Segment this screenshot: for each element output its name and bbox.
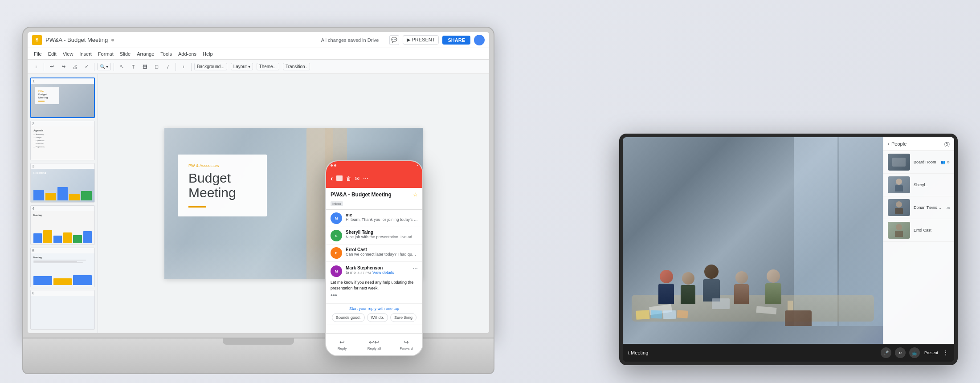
sidebar-header: ‹ People (5) [883,137,954,151]
user-avatar[interactable] [474,35,485,45]
slide-thumb-6[interactable]: 6 [30,290,95,330]
email-icon[interactable]: ✉ [355,175,359,182]
slide-number-2: 2 [31,121,94,126]
slides-panel: 1 PW&A BudgetMeeting [28,74,98,333]
separator-1 [44,63,44,71]
menu-bar: File Edit View Insert Format Slide Arran… [28,48,489,60]
menu-arrange[interactable]: Arrange [134,50,157,57]
reply-all-action[interactable]: ↩↩ Reply all [358,334,390,355]
menu-tools[interactable]: Tools [158,50,175,57]
toolbar-print-btn[interactable]: 🖨 [70,62,80,72]
transition-dropdown[interactable]: Transition . [283,63,310,70]
delete-icon[interactable]: 🗑 [346,175,351,182]
toolbar-select-btn[interactable]: ↖ [117,62,127,72]
phone: ▪ ‹ 🗑 ✉ ⋯ PW&A - Budget Meeting ☆ Inbox [325,160,423,356]
participant-sheryl[interactable]: Sheryl... [883,174,954,196]
email-subject: PW&A - Budget Meeting [331,192,392,198]
email-thread-entry-1[interactable]: M me Hi team, Thank you for joining toda… [326,210,422,227]
back-button[interactable]: ‹ [331,175,333,183]
star-icon[interactable]: ☆ [413,192,418,198]
slide-thumb-3[interactable]: 3 Reporting [30,163,95,203]
menu-insert[interactable]: Insert [77,50,94,57]
expanded-sender: Mark Stephenson [346,265,409,270]
quick-reply-sure-thing[interactable]: Sure thing [390,313,416,322]
email-body-text: Let me know if you need any help updatin… [331,280,418,291]
participant-errol[interactable]: Errol Cast [883,219,954,242]
toolbar-text-btn[interactable]: T [128,62,138,72]
gmail-body: M me Hi team, Thank you for joining toda… [326,210,422,355]
slide-number-5: 5 [31,248,94,253]
toolbar-shape-btn[interactable]: ◻ [151,62,161,72]
present-button[interactable]: ▶ PRESENT [403,35,439,45]
menu-edit[interactable]: Edit [45,50,59,57]
laptop-base [22,338,494,374]
menu-file[interactable]: File [31,50,45,57]
share-button[interactable]: SHARE [442,36,470,45]
background-dropdown[interactable]: Background... [194,63,227,70]
sender-1: me [346,212,418,217]
avatar-me: M [331,212,342,224]
forward-action[interactable]: ↪ Forward [390,334,422,355]
email-thread-entry-2[interactable]: S Sheryll Taing Nice job with the presen… [326,227,422,244]
email-thread-entry-3[interactable]: E Errol Cast Can we connect later today?… [326,244,422,262]
present-button[interactable]: Present [924,350,938,355]
toolbar-line-btn[interactable]: / [163,62,173,72]
toolbar-image-btn[interactable]: 🖼 [140,62,150,72]
archive-icon[interactable] [336,175,343,181]
menu-help[interactable]: Help [200,50,216,57]
slide-thumb-4[interactable]: 4 Meeting [30,205,95,245]
chat-icon[interactable]: 💬 [389,35,399,45]
slide-thumb-5[interactable]: 5 Meeting [30,248,95,287]
menu-format[interactable]: Format [95,50,116,57]
participant-dorian[interactable]: Dorian Tieinop... -m [883,196,954,219]
expanded-time: 4:47 PM [358,271,371,275]
slide-thumb-1[interactable]: 1 PW&A BudgetMeeting [30,77,95,118]
menu-slide[interactable]: Slide [117,50,133,57]
wifi-icon [334,164,336,167]
menu-addons[interactable]: Add-ons [176,50,199,57]
slide-number-4: 4 [31,206,94,211]
more-options-icon[interactable]: ⋯ [363,175,368,182]
avatar-errol: E [331,247,342,259]
folder-icon[interactable] [111,39,114,41]
quick-reply-sounds-good[interactable]: Sounds good. [332,313,365,322]
theme-dropdown[interactable]: Theme... [257,63,279,70]
separator-2 [94,63,94,71]
toolbar-add-btn[interactable]: + [31,62,41,72]
expand-dots[interactable]: ••• [331,292,418,299]
slide-preview-5: Meeting [31,253,94,287]
slide-heading: Budget Meeting [188,171,256,200]
menu-view[interactable]: View [60,50,76,57]
slide-preview-1: PW&A BudgetMeeting [31,84,94,117]
reply-label: Reply [338,346,347,350]
slide-thumb-2[interactable]: 2 Agenda — Marketing — Budget — Operatio… [30,121,95,160]
participant-board-room[interactable]: Board Room 👥 ⚙ [883,151,954,174]
mic-off-icon[interactable]: 🎤 [881,347,891,358]
toolbar-comment-btn[interactable]: + [179,62,188,72]
cast-icon[interactable]: 📺 [909,347,920,358]
signal-icon [331,164,333,167]
sidebar-back-button[interactable]: ‹ [888,141,890,147]
toolbar-redo-btn[interactable]: ↪ [58,62,68,72]
email-expanded-entry: M Mark Stephenson to me 4:47 PM View det… [326,262,422,304]
toolbar-undo-btn[interactable]: ↩ [47,62,57,72]
view-details-link[interactable]: View details [372,270,394,275]
document-title: PW&A - Budget Meeting [45,37,108,43]
quick-reply-will-do[interactable]: Will do. [367,313,388,322]
toolbar-spellcheck-btn[interactable]: ✓ [82,62,91,72]
preview-1: Hi team, Thank you for joining today's a… [346,217,418,222]
quick-reply-buttons: Sounds good. Will do. Sure thing [331,313,418,322]
more-options-button[interactable]: ⋮ [943,349,949,356]
slide-preview-3: Reporting [31,169,94,202]
video-off-icon[interactable]: ↩ [895,347,906,358]
reply-action[interactable]: ↩ Reply [326,334,358,355]
expanded-more-options[interactable]: ⋯ [412,265,418,272]
separator-3 [114,63,114,71]
quick-reply-prompt[interactable]: Start your reply with one tap [331,306,418,311]
layout-dropdown[interactable]: Layout ▾ [231,63,253,70]
tablet-screen: ‹ People (5) Board Room [623,137,954,344]
tablet: ‹ People (5) Board Room [619,134,958,365]
reply-all-icon: ↩↩ [369,338,380,346]
zoom-dropdown[interactable]: 🔍 ▾ [97,63,111,70]
gmail-header: ‹ 🗑 ✉ ⋯ [326,169,422,188]
